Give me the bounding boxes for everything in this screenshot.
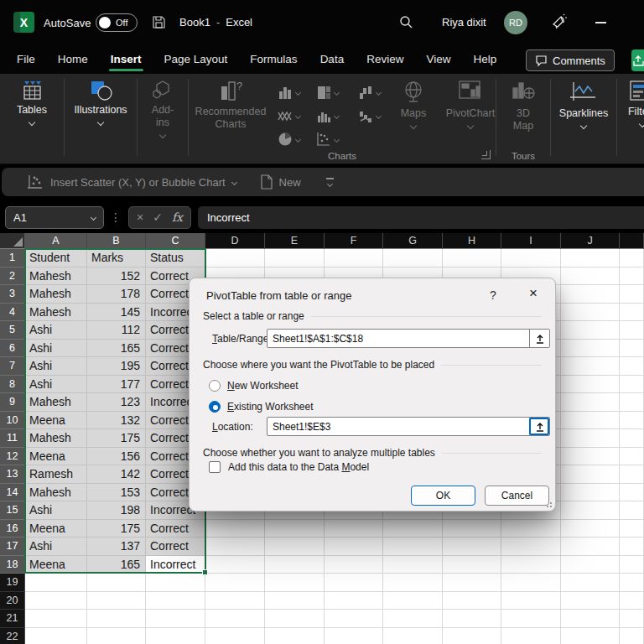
cell-J1[interactable] (561, 249, 620, 267)
row-header-22[interactable]: 22 (0, 628, 25, 644)
cell-J5[interactable] (561, 321, 620, 340)
cell-A17[interactable]: Ashi (25, 538, 87, 556)
row-header-2[interactable]: 2 (0, 267, 25, 286)
cell-J18[interactable] (561, 556, 620, 574)
cell-J10[interactable] (561, 412, 620, 430)
column-header-J[interactable]: J (561, 233, 620, 249)
cell-B11[interactable]: 175 (87, 429, 146, 448)
scatter-chart-button[interactable] (311, 127, 353, 151)
cell-H20[interactable] (443, 592, 501, 610)
row-header-7[interactable]: 7 (0, 357, 25, 376)
cell-A2[interactable]: Mahesh (25, 267, 87, 286)
cell-D22[interactable] (205, 628, 265, 644)
name-box[interactable]: A1 (5, 206, 104, 229)
cell-E16[interactable] (265, 520, 325, 538)
row-header-5[interactable]: 5 (0, 321, 25, 340)
cell-I21[interactable] (501, 610, 561, 628)
cell-B10[interactable]: 132 (87, 412, 146, 430)
row-header-11[interactable]: 11 (0, 429, 25, 448)
cell-G20[interactable] (383, 592, 443, 610)
3d-map-button[interactable]: 3D Map (496, 74, 550, 132)
row-header-18[interactable]: 18 (0, 556, 25, 574)
cell-J20[interactable] (561, 592, 620, 610)
cell-B13[interactable]: 142 (87, 465, 146, 484)
row-header-13[interactable]: 13 (0, 465, 25, 484)
cell-G18[interactable] (383, 556, 443, 574)
cell-F17[interactable] (325, 538, 383, 556)
cell-A11[interactable]: Mahesh (25, 429, 87, 448)
cell-A21[interactable] (25, 610, 87, 628)
data-model-checkbox[interactable]: Add this data to the Data Model (209, 461, 369, 473)
cell-J13[interactable] (561, 465, 620, 484)
combo-chart-button[interactable] (353, 104, 392, 127)
share-button[interactable] (631, 49, 644, 71)
cell-H18[interactable] (443, 556, 501, 574)
formula-bar-grip-icon[interactable]: ⋮ (110, 210, 122, 224)
cell-I20[interactable] (501, 592, 561, 610)
cell-A13[interactable]: Ramesh (25, 465, 87, 484)
column-header-H[interactable]: H (443, 233, 501, 249)
name-box-chevron-icon[interactable] (91, 215, 96, 221)
cell-E21[interactable] (265, 610, 325, 628)
cell-B20[interactable] (87, 592, 146, 610)
cell-B4[interactable]: 145 (87, 304, 146, 322)
cell-E18[interactable] (265, 556, 325, 574)
cell-B9[interactable]: 123 (87, 393, 146, 412)
cell-F22[interactable] (325, 628, 383, 644)
cell-B19[interactable] (87, 574, 146, 592)
cell-A4[interactable]: Mahesh (25, 304, 87, 322)
minimize-button[interactable] (595, 22, 606, 23)
insert-function-icon[interactable]: fx (172, 210, 183, 224)
column-header-I[interactable]: I (501, 233, 561, 249)
row-header-6[interactable]: 6 (0, 340, 25, 358)
cell-B22[interactable] (87, 628, 146, 644)
illustrations-button[interactable]: Illustrations (65, 74, 137, 164)
ok-button[interactable]: OK (411, 486, 475, 506)
cell-B12[interactable]: 156 (87, 448, 146, 466)
cell-H1[interactable] (443, 249, 501, 267)
location-range-picker-button[interactable] (529, 418, 549, 435)
pie-chart-button[interactable] (273, 127, 311, 151)
cell-D19[interactable] (205, 574, 265, 592)
cell-J7[interactable] (561, 357, 620, 376)
cell-A7[interactable]: Ashi (25, 357, 87, 376)
cell-J22[interactable] (561, 628, 620, 644)
column-header-G[interactable]: G (383, 233, 443, 249)
cell-J4[interactable] (561, 304, 620, 322)
row-header-19[interactable]: 19 (0, 574, 25, 592)
cell-F20[interactable] (325, 592, 383, 610)
column-header-F[interactable]: F (325, 233, 383, 249)
cell-J14[interactable] (561, 484, 620, 502)
cell-A5[interactable]: Ashi (25, 321, 87, 340)
cell-A22[interactable] (25, 628, 87, 644)
cell-B18[interactable]: 165 (87, 556, 146, 574)
formula-input[interactable]: Incorrect (198, 206, 644, 229)
cell-I19[interactable] (501, 574, 561, 592)
cell-F21[interactable] (325, 610, 383, 628)
cell-C17[interactable]: Correct (146, 538, 205, 556)
cell-B3[interactable]: 178 (87, 285, 146, 304)
tab-page-layout[interactable]: Page Layout (164, 46, 228, 74)
bar-chart-button[interactable] (311, 104, 353, 127)
cell-E17[interactable] (265, 538, 325, 556)
tab-review[interactable]: Review (366, 46, 403, 74)
cell-I22[interactable] (501, 628, 561, 644)
cell-I17[interactable] (501, 538, 561, 556)
comments-button[interactable]: Comments (526, 49, 615, 71)
row-header-8[interactable]: 8 (0, 376, 25, 394)
avatar[interactable]: RD (504, 11, 527, 34)
row-header-16[interactable]: 16 (0, 520, 25, 538)
cell-D16[interactable] (205, 520, 265, 538)
cell-J6[interactable] (561, 340, 620, 358)
location-input[interactable]: Sheet1!$E$3 (267, 417, 550, 436)
row-header-10[interactable]: 10 (0, 412, 25, 430)
row-header-1[interactable]: 1 (0, 249, 25, 267)
column-header-C[interactable]: C (146, 233, 205, 249)
cell-J16[interactable] (561, 520, 620, 538)
row-header-20[interactable]: 20 (0, 592, 25, 610)
existing-worksheet-radio[interactable]: Existing Worksheet (209, 401, 314, 413)
row-header-15[interactable]: 15 (0, 501, 25, 520)
cell-I1[interactable] (501, 249, 561, 267)
cell-A19[interactable] (25, 574, 87, 592)
cell-G17[interactable] (383, 538, 443, 556)
